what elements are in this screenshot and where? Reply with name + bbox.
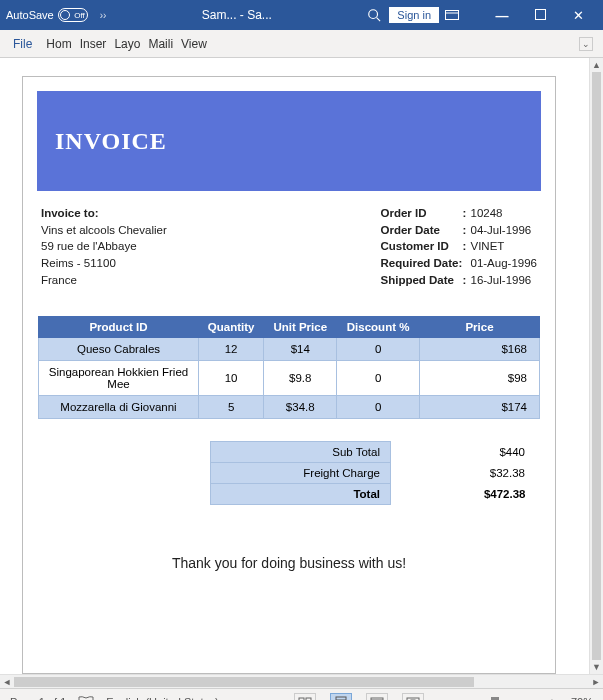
scroll-thumb[interactable] xyxy=(14,677,474,687)
meta-value: 01-Aug-1996 xyxy=(471,255,538,272)
zoom-out-button[interactable]: − xyxy=(437,696,451,701)
invoice-heading: INVOICE xyxy=(55,128,167,155)
total-value: $440 xyxy=(391,442,540,463)
read-mode-icon[interactable] xyxy=(294,693,316,701)
zoom-level[interactable]: 70% xyxy=(571,696,593,701)
signin-button[interactable]: Sign in xyxy=(389,7,439,23)
autosave-label: AutoSave xyxy=(6,9,54,21)
svg-point-0 xyxy=(369,10,378,19)
meta-value: 04-Jul-1996 xyxy=(471,222,532,239)
language-indicator[interactable]: English (United States) xyxy=(106,696,219,701)
square-icon xyxy=(535,9,546,20)
search-icon[interactable] xyxy=(367,8,381,22)
toggle-icon: Off xyxy=(58,8,88,22)
table-row: Queso Cabrales12$140$168 xyxy=(39,338,540,361)
statusbar: Page 1 of 1 English (United States) − + … xyxy=(0,688,603,700)
scroll-up-icon[interactable]: ▲ xyxy=(590,58,603,72)
meta-label: Required Date: xyxy=(381,255,471,272)
total-value: $32.38 xyxy=(391,463,540,484)
qat-overflow[interactable]: ›› xyxy=(100,10,107,21)
vertical-scrollbar[interactable]: ▲ ▼ xyxy=(589,58,603,674)
titlebar: AutoSave Off ›› Sam... - Sa... Sign in —… xyxy=(0,0,603,30)
meta-label: Order ID xyxy=(381,205,463,222)
meta-value: VINET xyxy=(471,238,505,255)
document-area: INVOICE Invoice to: Vins et alcools Chev… xyxy=(0,58,603,674)
book-icon[interactable] xyxy=(78,696,94,701)
document-title: Sam... - Sa... xyxy=(106,8,367,22)
print-layout-icon[interactable] xyxy=(330,693,352,701)
meta-value: 10248 xyxy=(471,205,503,222)
autosave-toggle[interactable]: AutoSave Off xyxy=(6,8,88,22)
thank-you-text: Thank you for doing business with us! xyxy=(23,555,555,571)
meta-label: Customer ID xyxy=(381,238,463,255)
table-row: Singaporean Hokkien Fried Mee10$9.80$98 xyxy=(39,361,540,396)
close-button[interactable]: ✕ xyxy=(559,8,597,23)
invoice-to-line: Reims - 51100 xyxy=(41,255,167,272)
meta-value: 16-Jul-1996 xyxy=(471,272,532,289)
collapse-ribbon-icon[interactable]: ⌄ xyxy=(579,37,593,51)
invoice-to-label: Invoice to: xyxy=(41,205,167,222)
col-header: Unit Price xyxy=(264,317,337,338)
meta-label: Shipped Date xyxy=(381,272,463,289)
tab-file[interactable]: File xyxy=(10,37,35,51)
document-page: INVOICE Invoice to: Vins et alcools Chev… xyxy=(22,76,556,674)
page-indicator[interactable]: Page 1 of 1 xyxy=(10,696,66,701)
col-header: Product ID xyxy=(39,317,199,338)
minimize-button[interactable]: — xyxy=(483,8,521,23)
invoice-to-line: 59 rue de l'Abbaye xyxy=(41,238,167,255)
ribbon-display-icon[interactable] xyxy=(445,10,483,21)
col-header: Discount % xyxy=(337,317,420,338)
total-label: Sub Total xyxy=(211,442,391,463)
invoice-meta: Invoice to: Vins et alcools Chevalier 59… xyxy=(23,205,555,298)
svg-rect-2 xyxy=(446,10,459,19)
scroll-down-icon[interactable]: ▼ xyxy=(590,660,603,674)
totals-table: Sub Total$440 Freight Charge$32.38 Total… xyxy=(210,441,540,505)
invoice-banner: INVOICE xyxy=(37,91,541,191)
scroll-left-icon[interactable]: ◄ xyxy=(0,677,14,687)
web-layout-icon[interactable] xyxy=(366,693,388,701)
scroll-thumb[interactable] xyxy=(592,72,601,660)
order-meta-block: Order ID:10248 Order Date:04-Jul-1996 Cu… xyxy=(381,205,538,288)
focus-mode-icon[interactable] xyxy=(402,693,424,701)
scroll-right-icon[interactable]: ► xyxy=(589,677,603,687)
total-value: $472.38 xyxy=(391,484,540,505)
table-row: Mozzarella di Giovanni5$34.80$174 xyxy=(39,396,540,419)
total-label: Freight Charge xyxy=(211,463,391,484)
total-label: Total xyxy=(211,484,391,505)
col-header: Price xyxy=(420,317,540,338)
col-header: Quantity xyxy=(199,317,264,338)
tab-mailings[interactable]: Maili xyxy=(145,37,176,51)
tab-layout[interactable]: Layo xyxy=(111,37,143,51)
maximize-button[interactable] xyxy=(521,8,559,23)
document-canvas[interactable]: INVOICE Invoice to: Vins et alcools Chev… xyxy=(0,58,589,674)
horizontal-scrollbar[interactable]: ◄ ► xyxy=(0,674,603,688)
tab-insert[interactable]: Inser xyxy=(77,37,110,51)
meta-label: Order Date xyxy=(381,222,463,239)
line-items-table: Product ID Quantity Unit Price Discount … xyxy=(38,316,540,419)
svg-line-1 xyxy=(377,18,381,22)
invoice-to-block: Invoice to: Vins et alcools Chevalier 59… xyxy=(41,205,167,288)
invoice-to-line: France xyxy=(41,272,167,289)
ribbon-tabs: File Hom Inser Layo Maili View ⌄ xyxy=(0,30,603,58)
invoice-to-line: Vins et alcools Chevalier xyxy=(41,222,167,239)
zoom-in-button[interactable]: + xyxy=(545,696,559,701)
tab-home[interactable]: Hom xyxy=(43,37,74,51)
tab-view[interactable]: View xyxy=(178,37,210,51)
